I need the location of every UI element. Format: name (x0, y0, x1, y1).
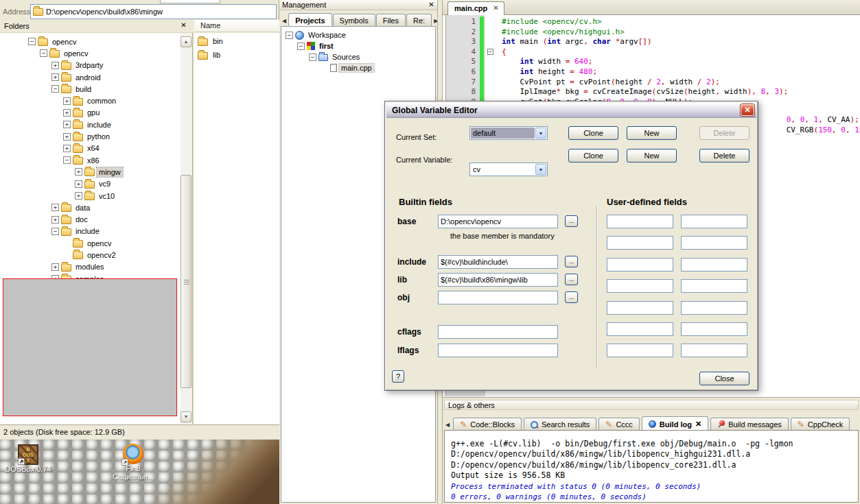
tree-toggle[interactable]: + (51, 263, 59, 271)
tree-row[interactable]: − x86 (0, 154, 192, 166)
project-tree-label[interactable]: Sources (330, 53, 362, 61)
field-input[interactable] (438, 215, 558, 228)
management-title[interactable]: Management (279, 0, 437, 10)
project-tree-row[interactable]: main.cpp (281, 62, 435, 73)
tree-toggle[interactable]: + (51, 204, 59, 211)
user-field-input[interactable] (681, 301, 747, 315)
user-field-input[interactable] (607, 322, 673, 336)
editor-tab-maincpp[interactable]: main.cpp ✕ (448, 1, 504, 15)
dialog-title[interactable]: Global Variable Editor (386, 103, 756, 118)
tree-row[interactable]: + common (0, 95, 192, 106)
project-tree-row[interactable]: − first (281, 40, 435, 51)
firefox-shortcut[interactable]: ↗ Fx 8 Социальн... (106, 444, 160, 481)
tree-label[interactable]: vc9 (97, 179, 113, 189)
close-icon[interactable]: ✕ (427, 1, 436, 10)
tree-toggle[interactable]: − (51, 85, 59, 93)
tree-toggle[interactable]: − (297, 43, 305, 50)
tree-toggle[interactable]: + (63, 109, 71, 117)
tree-label[interactable]: modules (73, 262, 106, 272)
browse-button[interactable]: ... (565, 291, 578, 303)
browse-button[interactable]: ... (565, 274, 578, 285)
chevron-down-icon[interactable]: ▼ (535, 164, 546, 175)
management-tab[interactable]: Symbols (333, 14, 375, 26)
log-tab[interactable]: ✎ CppCheck ✕ (791, 418, 850, 430)
file-list[interactable]: bin lib (194, 33, 279, 424)
scroll-up-icon[interactable]: ▲ (181, 36, 191, 47)
field-input[interactable] (438, 255, 558, 269)
tree-toggle[interactable]: − (309, 53, 316, 61)
tree-toggle[interactable]: + (63, 121, 71, 128)
user-field-input[interactable] (681, 236, 747, 250)
close-icon[interactable]: ✕ (493, 4, 498, 15)
tree-toggle[interactable]: − (63, 156, 71, 164)
tree-label[interactable]: opencv2 (85, 250, 118, 260)
tree-label[interactable]: doc (73, 215, 90, 224)
tree-scrollbar[interactable]: ▲ ▼ (181, 33, 192, 424)
user-field-input[interactable] (681, 215, 747, 228)
logs-title[interactable]: Logs & others (444, 400, 859, 410)
tree-row[interactable]: − include (0, 226, 192, 237)
tree-label[interactable]: x64 (85, 143, 102, 153)
tree-row[interactable]: + vc9 (0, 178, 192, 190)
field-input[interactable] (438, 273, 558, 287)
set-new-button[interactable]: New (627, 126, 677, 140)
tree-toggle[interactable]: + (75, 168, 82, 176)
variable-new-button[interactable]: New (627, 149, 677, 163)
tree-label[interactable]: build (73, 84, 93, 94)
current-set-combo[interactable]: default ▼ (469, 126, 548, 140)
tree-label[interactable]: vc10 (97, 191, 117, 201)
tab-scroll-left-icon[interactable]: ◀ (444, 422, 451, 430)
tree-label[interactable]: opencv (62, 49, 90, 58)
log-tab[interactable]: Search results ✕ (524, 418, 596, 430)
field-input[interactable] (438, 325, 558, 339)
tree-toggle[interactable]: − (28, 38, 36, 45)
tree-toggle[interactable]: − (51, 228, 59, 235)
address-input[interactable]: D:\opencv\opencv\build\x86\mingw (30, 4, 277, 19)
tree-label[interactable]: mingw (97, 167, 123, 177)
log-tab[interactable]: Build messages ✕ (710, 418, 789, 430)
tree-label[interactable]: data (73, 203, 92, 213)
set-clone-button[interactable]: Clone (568, 126, 618, 140)
tree-toggle[interactable]: + (51, 62, 59, 69)
project-tree-label[interactable]: main.cpp (339, 64, 374, 72)
tree-row[interactable]: + x64 (0, 143, 192, 154)
scroll-down-icon[interactable]: ▼ (181, 411, 191, 422)
tree-row[interactable]: + doc (0, 213, 192, 225)
dosbox-shortcut[interactable]: B DOS X ↗ DOSBox 0.74 (1, 444, 55, 473)
browse-button[interactable]: ... (565, 256, 578, 267)
tree-label[interactable]: common (85, 96, 118, 106)
current-variable-combo[interactable]: cv ▼ (469, 163, 548, 176)
user-field-input[interactable] (607, 215, 673, 228)
user-field-input[interactable] (681, 322, 747, 336)
project-tree-row[interactable]: − Sources (281, 51, 435, 62)
fold-minus-icon[interactable]: − (487, 49, 493, 55)
tree-row[interactable]: + python (0, 130, 192, 142)
tree-row[interactable]: + modules (0, 261, 192, 273)
tree-row[interactable]: + gpu (0, 107, 192, 119)
tree-row[interactable]: + vc10 (0, 190, 192, 202)
tree-toggle[interactable]: + (63, 133, 71, 141)
tab-scroll-left-icon[interactable]: ◀ (281, 18, 288, 26)
user-field-input[interactable] (681, 279, 747, 293)
management-tab[interactable]: Files (376, 14, 406, 26)
user-field-input[interactable] (607, 344, 673, 357)
tree-row[interactable]: − build (0, 83, 192, 95)
tree-row[interactable]: + include (0, 119, 192, 130)
tree-label[interactable]: python (85, 132, 112, 141)
field-input[interactable] (438, 291, 558, 304)
log-tab[interactable]: Build log ✕ (642, 416, 708, 430)
scrollbar-thumb[interactable] (181, 175, 191, 388)
tree-label[interactable]: opencv (85, 239, 113, 248)
tree-row[interactable]: + data (0, 202, 192, 213)
log-tab[interactable]: ✎ Cccc ✕ (598, 418, 640, 430)
tree-label[interactable]: x86 (85, 156, 102, 165)
tree-toggle[interactable]: + (63, 97, 71, 105)
tree-row[interactable]: opencv2 (0, 249, 192, 261)
tree-row[interactable]: − opencv (0, 36, 192, 47)
tree-toggle[interactable]: + (75, 192, 82, 200)
tree-label[interactable]: opencv (50, 37, 78, 47)
folder-tree[interactable]: − opencv − opencv + 3rdparty + (0, 33, 193, 424)
file-label[interactable]: lib (211, 50, 222, 60)
name-column-header[interactable]: Name (194, 20, 279, 32)
user-field-input[interactable] (607, 279, 673, 293)
